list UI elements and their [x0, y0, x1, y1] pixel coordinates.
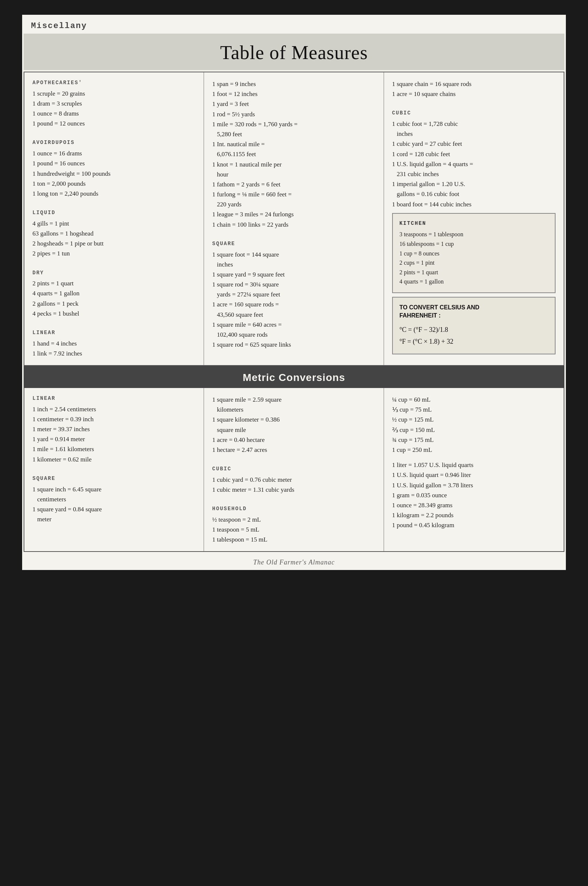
kitchen-section: KITCHEN 3 teaspoons = 1 tablespoon 16 ta… — [392, 213, 555, 293]
metric-square-title: SQUARE — [33, 475, 195, 483]
kitchen-title: KITCHEN — [399, 220, 548, 228]
linear-item: 1 foot = 12 inches — [212, 89, 375, 99]
kitchen-item: 2 pints = 1 quart — [399, 268, 548, 277]
metric-item: 1 kilometer = 0.62 mile — [33, 454, 195, 465]
measures-grid: APOTHECARIES' 1 scruple = 20 grains 1 dr… — [24, 72, 564, 366]
linear-item: 1 link = 7.92 inches — [33, 349, 195, 358]
metric-item: 1 centimeter = 0.39 inch — [33, 414, 195, 424]
linear-title-col1: LINEAR — [33, 329, 195, 337]
dry-item: 2 pints = 1 quart — [33, 278, 195, 288]
apoth-item: 1 dram = 3 scruples — [33, 99, 195, 108]
cubic-item: 1 imperial gallon = 1.20 U.S. gallons = … — [392, 179, 555, 199]
section-header: Miscellany — [22, 15, 566, 34]
square-item: 1 square mile = 640 acres = 102,400 squa… — [212, 320, 375, 340]
avoir-item: 1 hundredweight = 100 pounds — [33, 169, 195, 179]
apoth-item: 1 scruple = 20 grains — [33, 89, 195, 99]
metric-item: 1 tablespoon = 15 mL — [212, 534, 375, 545]
metric-col2: 1 square mile = 2.59 square kilometers 1… — [204, 388, 384, 551]
linear-item: 1 league = 3 miles = 24 furlongs — [212, 209, 375, 219]
main-title: Table of Measures — [24, 42, 564, 63]
liquid-title: LIQUID — [33, 209, 195, 217]
metric-household-title: HOUSEHOLD — [212, 505, 375, 513]
avoirdupois-title: AVOIRDUPOIS — [33, 139, 195, 147]
linear-item: 1 span = 9 inches — [212, 79, 375, 89]
metric-item: 1 cubic yard = 0.76 cubic meter — [212, 475, 375, 485]
square-item: 1 square rod = 30¼ square yards = 272¼ s… — [212, 280, 375, 299]
metric-item: 1 square yard = 0.84 square meter — [33, 504, 195, 524]
metric-title-bar: Metric Conversions — [24, 366, 564, 388]
dry-item: 4 pecks = 1 bushel — [33, 308, 195, 319]
metric-item: 1 square mile = 2.59 square kilometers — [212, 395, 375, 415]
metric-linear-title: LINEAR — [33, 395, 195, 403]
cubic-item: 1 cubic yard = 27 cubic feet — [392, 139, 555, 149]
avoir-item: 1 ton = 2,000 pounds — [33, 179, 195, 189]
kitchen-item: 3 teaspoons = 1 tablespoon — [399, 230, 548, 239]
metric-item: ½ cup = 125 mL — [392, 415, 555, 424]
dry-item: 2 gallons = 1 peck — [33, 299, 195, 308]
main-title-bar: Table of Measures — [24, 34, 564, 70]
linear-item: 1 yard = 3 feet — [212, 99, 375, 109]
metric-item: 1 ounce = 28.349 grams — [392, 500, 555, 510]
convert-section: TO CONVERT CELSIUS ANDFAHRENHEIT : °C = … — [392, 297, 555, 354]
metric-item: ½ teaspoon = 2 mL — [212, 514, 375, 525]
kitchen-item: 4 quarts = 1 gallon — [399, 277, 548, 286]
convert-title: TO CONVERT CELSIUS ANDFAHRENHEIT : — [399, 304, 548, 320]
avoir-item: 1 ounce = 16 drams — [33, 148, 195, 158]
measures-col1: APOTHECARIES' 1 scruple = 20 grains 1 dr… — [24, 72, 204, 365]
dry-item: 4 quarts = 1 gallon — [33, 288, 195, 298]
footer: The Old Farmer's Almanac — [22, 552, 566, 570]
metric-item: 1 hectare = 2.47 acres — [212, 445, 375, 455]
square-item: 1 square yard = 9 square feet — [212, 269, 375, 280]
metric-item: 1 mile = 1.61 kilometers — [33, 444, 195, 454]
cubic-item: 1 cord = 128 cubic feet — [392, 149, 555, 159]
metric-item: 1 gram = 0.035 ounce — [392, 490, 555, 500]
linear-item: 1 fathom = 2 yards = 6 feet — [212, 179, 375, 190]
metric-grid: LINEAR 1 inch = 2.54 centimeters 1 centi… — [24, 388, 564, 552]
dry-title: DRY — [33, 269, 195, 277]
cubic-item: 1 cubic foot = 1,728 cubic inches — [392, 119, 555, 139]
linear-item: 1 mile = 320 rods = 1,760 yards = 5,280 … — [212, 119, 375, 139]
apoth-item: 1 pound = 12 ounces — [33, 119, 195, 128]
metric-item: 1 inch = 2.54 centimeters — [33, 404, 195, 414]
linear-item: 1 rod = 5½ yards — [212, 109, 375, 119]
cubic-title: CUBIC — [392, 109, 555, 117]
linear-item: 1 knot = 1 nautical mile per hour — [212, 159, 375, 179]
liquid-item: 4 gills = 1 pint — [33, 218, 195, 229]
metric-title: Metric Conversions — [24, 372, 564, 384]
square-item: 1 acre = 160 square rods = 43,560 square… — [212, 299, 375, 319]
metric-col3: ¼ cup = 60 mL ⅓ cup = 75 mL ½ cup = 125 … — [384, 388, 564, 551]
metric-item: 1 cup = 250 mL — [392, 445, 555, 455]
linear-item: 1 Int. nautical mile = 6,076.1155 feet — [212, 139, 375, 159]
formula-celsius: °C = (°F − 32)/1.8 — [399, 324, 548, 335]
apoth-item: 1 ounce = 8 drams — [33, 108, 195, 119]
metric-item: 1 teaspoon = 5 mL — [212, 525, 375, 534]
kitchen-item: 16 tablespoons = 1 cup — [399, 239, 548, 249]
metric-item: 1 U.S. liquid gallon = 3.78 liters — [392, 480, 555, 490]
square-title: SQUARE — [212, 240, 375, 248]
avoir-item: 1 pound = 16 ounces — [33, 158, 195, 168]
metric-item: ⅔ cup = 150 mL — [392, 425, 555, 435]
metric-cubic-title: CUBIC — [212, 465, 375, 473]
metric-item: 1 kilogram = 2.2 pounds — [392, 510, 555, 520]
linear-item: 1 hand = 4 inches — [33, 338, 195, 349]
cubic-item: 1 U.S. liquid gallon = 4 quarts = 231 cu… — [392, 159, 555, 179]
liquid-item: 2 pipes = 1 tun — [33, 248, 195, 259]
linear-item: 1 chain = 100 links = 22 yards — [212, 220, 375, 230]
metric-item: 1 square kilometer = 0.386 square mile — [212, 415, 375, 435]
metric-item: 1 acre = 0.40 hectare — [212, 435, 375, 445]
avoir-item: 1 long ton = 2,240 pounds — [33, 189, 195, 199]
square-chain-item: 1 acre = 10 square chains — [392, 89, 555, 99]
square-item: 1 square foot = 144 square inches — [212, 250, 375, 269]
metric-item: 1 cubic meter = 1.31 cubic yards — [212, 485, 375, 495]
liquid-item: 2 hogsheads = 1 pipe or butt — [33, 239, 195, 248]
liquid-item: 63 gallons = 1 hogshead — [33, 229, 195, 239]
metric-item: ⅓ cup = 75 mL — [392, 405, 555, 415]
linear-item: 1 furlong = ⅛ mile = 660 feet = 220 yard… — [212, 190, 375, 209]
measures-col2: 1 span = 9 inches 1 foot = 12 inches 1 y… — [204, 72, 384, 365]
kitchen-item: 1 cup = 8 ounces — [399, 249, 548, 259]
formula-fahrenheit: °F = (°C × 1.8) + 32 — [399, 335, 548, 347]
cubic-item: 1 board foot = 144 cubic inches — [392, 199, 555, 209]
metric-item: 1 U.S. liquid quart = 0.946 liter — [392, 470, 555, 480]
metric-item: 1 meter = 39.37 inches — [33, 424, 195, 434]
metric-item: 1 yard = 0.914 meter — [33, 434, 195, 444]
